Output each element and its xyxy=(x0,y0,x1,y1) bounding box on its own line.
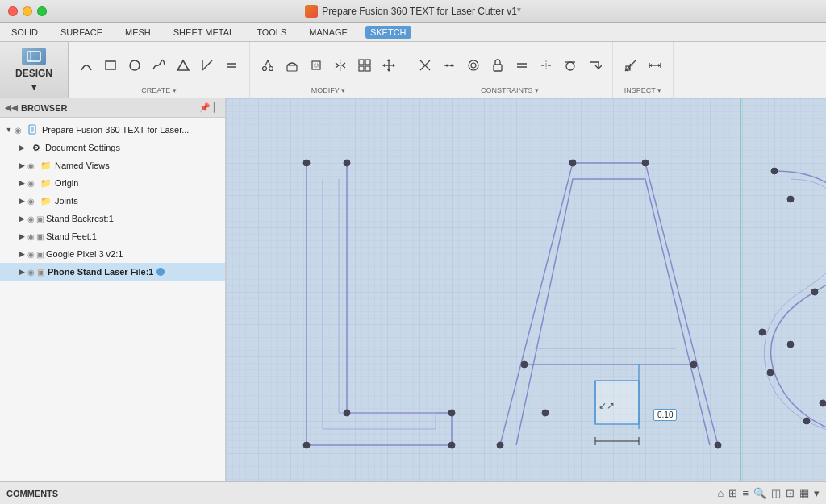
trim-tool[interactable] xyxy=(257,54,279,77)
eye-icon-root[interactable]: ◉ xyxy=(15,126,22,135)
menu-bar: SOLIDSURFACEMESHSHEET METALTOOLSMANAGESK… xyxy=(0,23,826,42)
bottom-icon-grid[interactable]: ⊞ xyxy=(728,487,737,499)
collinear-constraint[interactable] xyxy=(438,54,461,77)
eye-icon-joints[interactable]: ◉ xyxy=(27,197,35,206)
svg-rect-13 xyxy=(287,65,297,71)
svg-line-11 xyxy=(265,60,268,67)
svg-point-3 xyxy=(130,60,140,70)
symmetry-constraint[interactable] xyxy=(535,54,557,77)
menu-item-sketch[interactable]: SKETCH xyxy=(365,26,411,39)
eye-icon-origin[interactable]: ◉ xyxy=(27,179,35,188)
constraints-label: CONSTRAINTS ▾ xyxy=(481,86,539,94)
expand-stand-backrest[interactable]: ▶ xyxy=(16,213,27,224)
close-button[interactable] xyxy=(8,6,18,16)
tree-item-named-views[interactable]: ▶ ◉ 📁 Named Views xyxy=(0,156,225,174)
eye-icon-google-pixel[interactable]: ◉ xyxy=(27,250,35,259)
polygon-tool[interactable] xyxy=(172,54,194,77)
rectangle-tool[interactable] xyxy=(99,54,122,77)
concentric-constraint[interactable] xyxy=(462,54,485,77)
expand-doc-settings[interactable]: ▶ xyxy=(16,142,27,153)
bottom-icon-home[interactable]: ⌂ xyxy=(718,487,724,499)
eye-icon-stand-feet[interactable]: ◉ xyxy=(27,232,35,241)
expand-root[interactable]: ▼ xyxy=(3,124,15,135)
move-tool[interactable] xyxy=(378,54,400,77)
menu-item-surface[interactable]: SURFACE xyxy=(56,26,107,39)
svg-point-67 xyxy=(715,442,721,448)
browser-collapse-right[interactable]: ▏ xyxy=(214,102,220,113)
tree-item-stand-backrest[interactable]: ▶ ◉ ▣ Stand Backrest:1 xyxy=(0,210,225,227)
expand-phone-stand[interactable]: ▶ xyxy=(16,266,27,277)
menu-item-tools[interactable]: TOOLS xyxy=(252,26,291,39)
tangent-constraint[interactable] xyxy=(559,54,582,77)
expand-origin[interactable]: ▶ xyxy=(16,177,27,189)
bottom-icon-settings[interactable]: ▦ xyxy=(799,487,809,499)
arc-tool[interactable] xyxy=(75,54,98,77)
tree-item-root[interactable]: ▼ ◉ Prepare Fusion 360 TEXT for Laser... xyxy=(0,121,225,139)
tree-item-phone-stand[interactable]: ▶ ◉ ▣ Phone Stand Laser File:1 xyxy=(0,263,225,281)
design-arrow: ▾ xyxy=(31,81,36,93)
vis-icons-phone-stand: ◉ ▣ xyxy=(27,268,45,277)
measure-tool[interactable] xyxy=(620,54,642,77)
mirror-tool[interactable] xyxy=(329,54,352,77)
svg-point-61 xyxy=(344,160,350,166)
menu-item-manage[interactable]: MANAGE xyxy=(304,26,353,39)
tree-item-doc-settings[interactable]: ▶ ⚙ Document Settings xyxy=(0,139,225,156)
active-indicator xyxy=(156,268,165,276)
expand-google-pixel[interactable]: ▶ xyxy=(16,248,27,260)
lock-constraint[interactable] xyxy=(486,54,509,77)
eye-icon-stand-backrest[interactable]: ◉ xyxy=(27,215,35,223)
spline-tool[interactable] xyxy=(148,54,170,77)
bottom-icon-layers[interactable]: ≡ xyxy=(742,487,749,499)
maximize-button[interactable] xyxy=(37,6,47,16)
svg-marker-26 xyxy=(393,64,395,67)
dimension-value: 0.10 xyxy=(657,410,673,419)
menu-item-sheet-metal[interactable]: SHEET METAL xyxy=(169,26,239,39)
extend-tool[interactable] xyxy=(281,54,303,77)
svg-marker-25 xyxy=(382,64,385,67)
bottom-icon-camera[interactable]: ⊡ xyxy=(786,487,795,499)
svg-point-57 xyxy=(303,442,310,448)
eye-icon-named-views[interactable]: ◉ xyxy=(27,161,35,170)
bottom-icon-more[interactable]: ▾ xyxy=(814,487,820,499)
circle-tool[interactable] xyxy=(123,54,146,77)
constraints-section: CONSTRAINTS ▾ xyxy=(407,42,613,98)
tree-item-origin[interactable]: ▶ ◉ 📁 Origin xyxy=(0,174,225,192)
svg-point-58 xyxy=(448,442,455,448)
design-button[interactable]: DESIGN ▾ xyxy=(0,42,69,98)
tree-item-stand-feet[interactable]: ▶ ◉ ▣ Stand Feet:1 xyxy=(0,227,225,245)
minimize-button[interactable] xyxy=(23,6,32,16)
equal-constraint[interactable] xyxy=(511,54,533,77)
title-text: Prepare Fusion 360 TEXT for Laser Cutter… xyxy=(305,5,520,18)
line-tool[interactable] xyxy=(196,54,219,77)
svg-point-64 xyxy=(497,442,503,448)
bottom-bar: COMMENTS ⌂ ⊞ ≡ 🔍 ◫ ⊡ ▦ ▾ xyxy=(0,481,826,504)
menu-item-mesh[interactable]: MESH xyxy=(120,26,156,39)
eye-icon-phone-stand[interactable]: ◉ xyxy=(27,268,35,277)
bottom-icon-view[interactable]: ◫ xyxy=(771,487,781,499)
svg-point-79 xyxy=(771,168,778,174)
create-label: CREATE ▾ xyxy=(141,86,176,94)
more-constraints[interactable] xyxy=(583,54,606,77)
fusion-logo xyxy=(305,5,318,18)
pattern-tool[interactable] xyxy=(353,54,376,77)
bottom-icon-zoom[interactable]: 🔍 xyxy=(753,487,766,499)
dimension-tool[interactable] xyxy=(644,54,666,77)
svg-rect-17 xyxy=(359,60,364,65)
menu-item-solid[interactable]: SOLID xyxy=(6,26,43,39)
folder-icon-joints: 📁 xyxy=(40,194,52,207)
offset-tool[interactable] xyxy=(305,54,327,77)
construction-tool[interactable] xyxy=(220,54,243,77)
tree-label-doc-settings: Document Settings xyxy=(45,143,120,152)
canvas[interactable]: ↙↗ xyxy=(226,98,826,481)
svg-point-32 xyxy=(469,60,478,70)
tree-item-joints[interactable]: ▶ ◉ 📁 Joints xyxy=(0,192,225,210)
browser-collapse[interactable]: ◀◀ xyxy=(5,103,18,112)
svg-point-65 xyxy=(569,160,576,166)
svg-rect-2 xyxy=(106,61,115,69)
tree-item-google-pixel[interactable]: ▶ ◉ ▣ Google Pixel 3 v2:1 xyxy=(0,245,225,263)
expand-stand-feet[interactable]: ▶ xyxy=(16,231,27,242)
coincident-constraint[interactable] xyxy=(414,54,436,77)
expand-named-views[interactable]: ▶ xyxy=(16,160,27,171)
browser-pin[interactable]: 📌 xyxy=(199,102,211,113)
expand-joints[interactable]: ▶ xyxy=(16,195,27,206)
